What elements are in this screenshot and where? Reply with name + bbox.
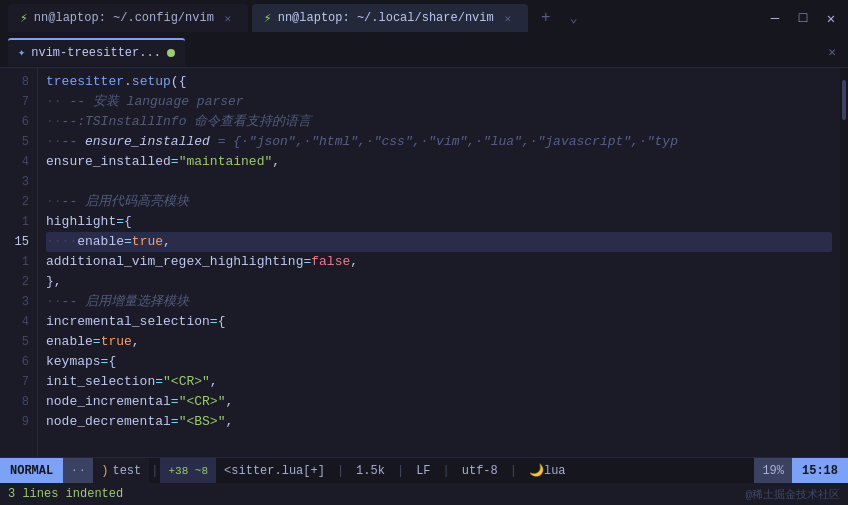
chevron-down-icon: ⌄ [570,10,578,26]
code-line-13: incremental_selection = { [46,312,832,332]
line-num-2: 2 [0,192,37,212]
code-line-3: ··--:TSInstallInfo 命令查看支持的语言 [46,112,832,132]
line-num-4b: 4 [0,312,37,332]
terminal-tab-1[interactable]: ⚡ nn@laptop: ~/.config/nvim ✕ [8,4,248,32]
line-num-9b: 9 [0,412,37,432]
line-num-3: 3 [0,172,37,192]
window-controls: — □ ✕ [766,10,840,27]
encoding-item: utf-8 [454,458,506,483]
file-tabbar: ✦ nvim-treesitter... ✕ [0,36,848,68]
tab2-close[interactable]: ✕ [500,10,516,26]
scroll-percent: 19% [754,458,792,483]
notification-bar: 3 lines indented @稀土掘金技术社区 [0,483,848,505]
percent-value: 19% [762,464,784,478]
right-status: 19% 15:18 [754,458,848,483]
filetype: lua [544,464,566,478]
sep2: | [393,464,408,478]
watermark: @稀土掘金技术社区 [745,487,840,502]
separator-1: | [149,464,160,478]
code-line-14: enable = true , [46,332,832,352]
encoding: utf-8 [462,464,498,478]
code-line-15: keymaps = { [46,352,832,372]
code-line-18: node_decremental = "<BS>" , [46,412,832,432]
dot1: · [71,465,77,476]
git-branch: ) test [93,458,149,483]
code-editor: 8 7 6 5 4 3 2 1 15 1 2 3 4 5 6 7 8 9 tre… [0,68,848,457]
code-line-10: additional_vim_regex_highlighting = fals… [46,252,832,272]
diff-text: +38 ~8 [168,465,208,477]
branch-icon: ) [101,464,108,478]
vim-mode: NORMAL [0,458,63,483]
statusbar: NORMAL · · ) test | +38 ~8 <sitter.lua[+… [0,457,848,483]
file-tab-treesitter[interactable]: ✦ nvim-treesitter... [8,38,185,66]
editor-wrapper: ✦ nvim-treesitter... ✕ 8 7 6 5 4 3 2 1 1… [0,36,848,505]
line-num-8b: 8 [0,392,37,412]
filetype-item: 🌙 lua [521,458,574,483]
terminal-tab-2[interactable]: ⚡ nn@laptop: ~/.local/share/nvim ✕ [252,4,528,32]
git-diff: +38 ~8 [160,458,216,483]
notification-message: 3 lines indented [8,487,123,501]
code-line-5: ensure_installed = "maintained" , [46,152,832,172]
lua-icon: 🌙 [529,463,544,478]
scrollbar-thumb[interactable] [842,80,846,120]
file-tab-name: nvim-treesitter... [31,46,161,60]
code-line-11: }, [46,272,832,292]
filesize-item: 1.5k [348,458,393,483]
terminal-icon-2: ⚡ [264,10,272,26]
branch-name: test [112,464,141,478]
line-num-4: 4 [0,152,37,172]
line-num-15: 15 [0,232,37,252]
tab1-label: nn@laptop: ~/.config/nvim [34,11,214,25]
code-line-1: treesitter.setup({ [46,72,832,92]
filesize: 1.5k [356,464,385,478]
line-num-7b: 7 [0,372,37,392]
dot2: · [79,465,85,476]
scrollbar[interactable] [840,68,848,457]
maximize-button[interactable]: □ [794,10,812,26]
code-line-16: init_selection = "<CR>" , [46,372,832,392]
code-line-8: highlight = { [46,212,832,232]
mode-label: NORMAL [10,464,53,478]
line-num-8: 8 [0,72,37,92]
tab1-close[interactable]: ✕ [220,10,236,26]
new-tab-button[interactable]: + [532,4,560,32]
line-num-2b: 2 [0,272,37,292]
line-num-6: 6 [0,112,37,132]
line-num-1b: 1 [0,252,37,272]
line-num-5: 5 [0,132,37,152]
minimize-button[interactable]: — [766,10,784,26]
line-ending-item: LF [408,458,438,483]
line-num-7: 7 [0,92,37,112]
close-panel-button[interactable]: ✕ [824,44,840,60]
terminal-icon-1: ⚡ [20,10,28,26]
line-num-6b: 6 [0,352,37,372]
code-line-6 [46,172,832,192]
tab-dropdown-button[interactable]: ⌄ [564,8,584,28]
line-ending: LF [416,464,430,478]
status-dots: · · [63,458,93,483]
line-numbers: 8 7 6 5 4 3 2 1 15 1 2 3 4 5 6 7 8 9 [0,68,38,457]
filename: <sitter.lua[+] [224,464,325,478]
code-line-12: ··-- 启用增量选择模块 [46,292,832,312]
sep3: | [439,464,454,478]
modified-dot [167,49,175,57]
plus-icon: + [541,9,551,27]
code-content[interactable]: treesitter.setup({ ·· -- 安装 language par… [38,68,840,457]
code-line-17: node_incremental = "<CR>" , [46,392,832,412]
titlebar: ⚡ nn@laptop: ~/.config/nvim ✕ ⚡ nn@lapto… [0,0,848,36]
position-value: 15:18 [802,464,838,478]
code-line-7: ··-- 启用代码高亮模块 [46,192,832,212]
filename-item: <sitter.lua[+] [216,458,333,483]
line-num-1: 1 [0,212,37,232]
close-window-button[interactable]: ✕ [822,10,840,27]
code-line-4: ··-- ensure_installed = {·"json",·"html"… [46,132,832,152]
line-num-3b: 3 [0,292,37,312]
code-line-2: ·· -- 安装 language parser [46,92,832,112]
code-line-9: ···· enable = true , [46,232,832,252]
nvim-icon: ✦ [18,45,25,60]
tab2-label: nn@laptop: ~/.local/share/nvim [278,11,494,25]
sep4: | [506,464,521,478]
sep1: | [333,464,348,478]
line-num-5b: 5 [0,332,37,352]
file-info: <sitter.lua[+] | 1.5k | LF | utf-8 | 🌙 l… [216,458,573,483]
